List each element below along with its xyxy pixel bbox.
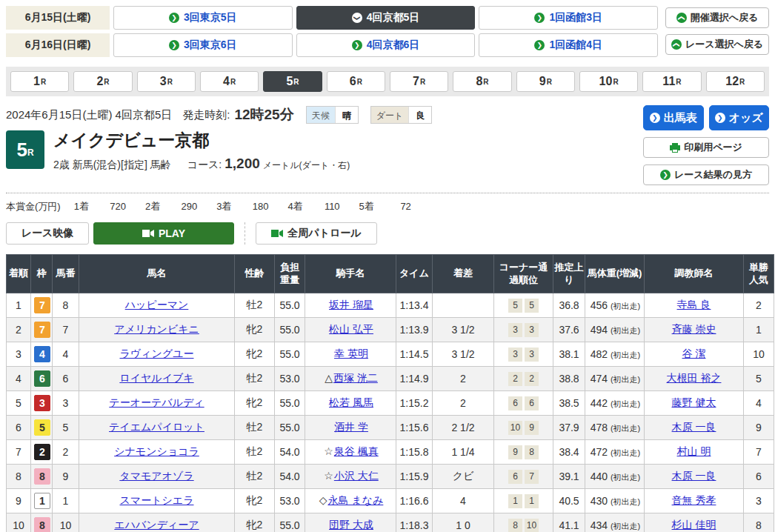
race-tab-11r[interactable]: 11R bbox=[642, 71, 701, 92]
trainer-link[interactable]: 大根田 裕之 bbox=[667, 372, 722, 384]
play-button[interactable]: PLAY bbox=[93, 222, 234, 245]
horse-link[interactable]: スマートシエラ bbox=[120, 494, 194, 506]
body-weight: 472 bbox=[591, 446, 611, 458]
meeting-button[interactable]: 3回東京6日 bbox=[113, 33, 293, 57]
horse-link[interactable]: アメリカンビキニ bbox=[114, 323, 199, 335]
jockey-link[interactable]: 酒井 学 bbox=[334, 421, 368, 433]
trainer-link[interactable]: 杉山 佳明 bbox=[672, 519, 716, 531]
bracket-cell: 3 bbox=[31, 391, 53, 416]
jockey-link[interactable]: 小沢 大仁 bbox=[334, 470, 379, 482]
horse-link[interactable]: タマモアオゾラ bbox=[119, 470, 193, 482]
carried-weight: 55.0 bbox=[275, 318, 305, 342]
race-header-buttons: 出馬表 オッズ 印刷用ページ レース結果の見方 bbox=[643, 105, 769, 185]
jockey-link[interactable]: 泉谷 楓真 bbox=[334, 445, 379, 457]
trainer-link[interactable]: 村山 明 bbox=[677, 445, 711, 457]
race-tab-6r[interactable]: 6R bbox=[327, 71, 385, 92]
meeting-button[interactable]: 4回京都5日 bbox=[296, 6, 476, 30]
trainer-link[interactable]: 木原 一良 bbox=[672, 421, 716, 433]
horse-link[interactable]: ラヴィングユー bbox=[120, 348, 194, 359]
race-tab-9r[interactable]: 9R bbox=[516, 71, 575, 92]
trainer-link[interactable]: 藤野 健太 bbox=[672, 396, 716, 408]
jockey-link[interactable]: 坂井 瑠星 bbox=[329, 299, 373, 310]
sex-age: 牡2 bbox=[235, 440, 275, 465]
jockey-link[interactable]: 松若 風馬 bbox=[329, 396, 373, 408]
corner-position: 6 bbox=[525, 396, 539, 410]
print-page-button[interactable]: 印刷用ページ bbox=[643, 137, 769, 158]
race-video-button[interactable]: レース映像 bbox=[6, 222, 89, 245]
horse-number: 3 bbox=[53, 391, 79, 416]
horse-link[interactable]: テイエムパイロット bbox=[109, 421, 204, 433]
horse-link[interactable]: エハバンディーア bbox=[114, 519, 199, 531]
trainer-link[interactable]: 音無 秀孝 bbox=[672, 494, 716, 506]
win-favorite-rank: 5 bbox=[744, 367, 774, 391]
jockey-link[interactable]: 団野 大成 bbox=[329, 519, 373, 531]
margin: 1 1/4 bbox=[433, 440, 494, 465]
chevron-right-circle-icon bbox=[352, 40, 362, 50]
trainer-link[interactable]: 斉藤 崇史 bbox=[672, 323, 716, 335]
bracket-cell: 8 bbox=[31, 513, 53, 532]
odds-button[interactable]: オッズ bbox=[709, 105, 770, 130]
meeting-button[interactable]: 3回東京5日 bbox=[113, 6, 293, 30]
horse-link[interactable]: ハッピーマン bbox=[125, 299, 189, 310]
race-tab-7r[interactable]: 7R bbox=[390, 71, 448, 92]
prize-place: 2着 bbox=[145, 200, 160, 213]
apprentice-mark: ◇ bbox=[319, 494, 327, 506]
jockey-link[interactable]: 幸 英明 bbox=[334, 348, 368, 359]
horse-name-cell: タマモアオゾラ bbox=[79, 465, 235, 489]
horse-link[interactable]: シナモンショコラ bbox=[114, 445, 199, 457]
trainer-link[interactable]: 谷 潔 bbox=[682, 348, 706, 359]
finish-time: 1:15.6 bbox=[396, 416, 433, 440]
column-header: 性齢 bbox=[235, 255, 275, 293]
trainer-link[interactable]: 木原 一良 bbox=[672, 470, 716, 482]
corner-positions: 109 bbox=[494, 416, 553, 440]
prize-amount: 72 bbox=[386, 201, 411, 212]
results-guide-button[interactable]: レース結果の見方 bbox=[643, 164, 769, 185]
race-tab-4r[interactable]: 4R bbox=[200, 71, 259, 92]
jockey-link[interactable]: 永島 まなみ bbox=[327, 494, 383, 506]
race-tab-10r[interactable]: 10R bbox=[579, 71, 638, 92]
column-header: 着差 bbox=[433, 255, 494, 293]
prize-item: 3着180 bbox=[216, 200, 287, 213]
carried-weight: 54.0 bbox=[275, 440, 305, 465]
race-tab-1r[interactable]: 1R bbox=[10, 71, 69, 92]
patrol-video-button[interactable]: 全周パトロール bbox=[256, 222, 377, 245]
odds-label: オッズ bbox=[729, 111, 763, 125]
result-row: 277アメリカンビキニ牝255.0松山 弘平1:13.93 1/23337.64… bbox=[7, 318, 774, 342]
horse-name-cell: テーオーテバルディ bbox=[79, 391, 235, 416]
race-tab-number: 8 bbox=[476, 75, 482, 88]
finish-position: 8 bbox=[7, 465, 31, 489]
corner-position-boxes: 66 bbox=[508, 396, 539, 410]
win-favorite-rank: 8 bbox=[744, 513, 774, 532]
back-to-kaisai-button[interactable]: 開催選択へ戻る bbox=[665, 7, 769, 28]
race-tab-2r[interactable]: 2R bbox=[73, 71, 132, 92]
finish-time: 1:13.4 bbox=[396, 293, 433, 318]
course-label: コース: bbox=[187, 159, 222, 172]
race-tab-8r[interactable]: 8R bbox=[453, 71, 511, 92]
trainer-link[interactable]: 寺島 良 bbox=[677, 299, 711, 310]
entries-button[interactable]: 出馬表 bbox=[643, 105, 704, 130]
meeting-button[interactable]: 4回京都6日 bbox=[296, 33, 476, 57]
corner-position: 1 bbox=[525, 494, 539, 508]
track-value: 良 bbox=[408, 107, 431, 123]
jockey-link[interactable]: 西塚 洸二 bbox=[333, 372, 378, 384]
column-header: 単勝人気 bbox=[744, 255, 774, 293]
body-weight: 474 bbox=[591, 373, 611, 385]
meeting-button[interactable]: 1回函館4日 bbox=[479, 33, 658, 57]
corner-position: 10 bbox=[525, 519, 539, 532]
race-tab-3r[interactable]: 3R bbox=[137, 71, 196, 92]
bracket-number: 4 bbox=[34, 346, 50, 362]
margin: 2 bbox=[433, 367, 494, 391]
race-tab-5r[interactable]: 5R bbox=[263, 71, 322, 92]
race-number: 5 bbox=[16, 139, 27, 162]
meeting-button[interactable]: 1回函館3日 bbox=[479, 6, 658, 30]
horse-link[interactable]: ロイヤルイブキ bbox=[119, 372, 193, 384]
column-header: 調教師名 bbox=[645, 255, 744, 293]
race-tab-number: 9 bbox=[539, 75, 546, 88]
race-tab-12r[interactable]: 12R bbox=[706, 71, 765, 92]
chevron-down-circle-icon bbox=[352, 13, 362, 23]
body-weight: 478 bbox=[591, 422, 611, 433]
back-to-race-select-button[interactable]: レース選択へ戻る bbox=[665, 34, 769, 55]
jockey-link[interactable]: 松山 弘平 bbox=[329, 323, 373, 335]
horse-link[interactable]: テーオーテバルディ bbox=[109, 396, 204, 408]
apprentice-mark: ☆ bbox=[324, 445, 333, 457]
